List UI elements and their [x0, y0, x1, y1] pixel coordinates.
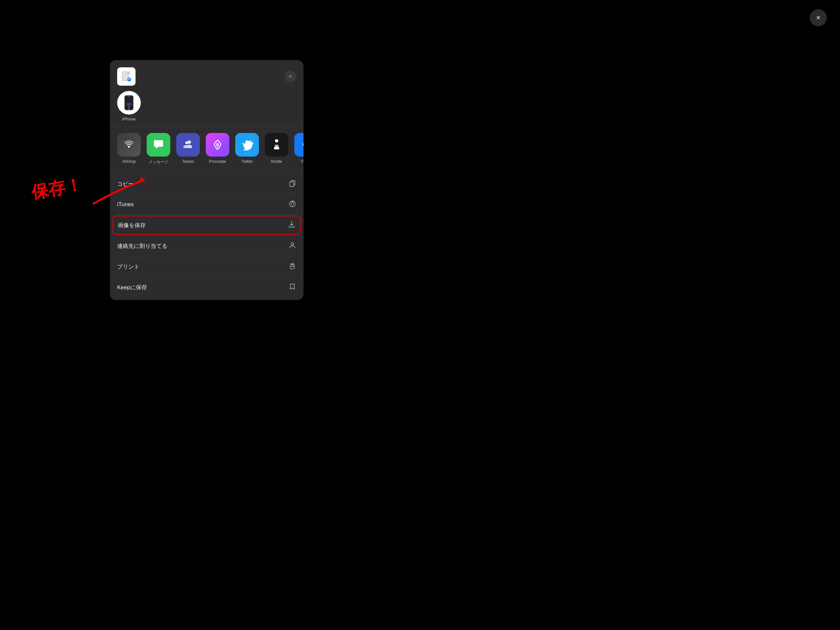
- annotation-wrap: 保存！: [31, 177, 82, 200]
- app-twitter[interactable]: Twitter: [235, 133, 259, 165]
- svg-point-10: [188, 141, 191, 144]
- app-facebook-label: Fac...: [301, 159, 303, 164]
- svg-point-21: [293, 266, 294, 266]
- app-messages-label: メッセージ: [148, 159, 168, 165]
- action-save-image-icon: [288, 221, 296, 230]
- svg-rect-19: [291, 267, 294, 269]
- svg-point-17: [291, 203, 294, 205]
- action-print-icon: [289, 262, 296, 272]
- action-itunes[interactable]: iTunes: [112, 195, 301, 214]
- action-print-label: プリント: [117, 263, 139, 271]
- actions-section: コピー iTunes 画像を保存: [110, 171, 303, 300]
- dialog-header: ×: [110, 60, 303, 91]
- svg-point-2: [127, 78, 131, 81]
- app-teams[interactable]: Teams: [176, 133, 200, 165]
- share-dialog: × iPhone: [110, 60, 303, 300]
- app-procreate-label: Procreate: [209, 159, 226, 164]
- svg-point-3: [129, 78, 129, 79]
- action-keep[interactable]: Keepに保存: [112, 278, 301, 297]
- svg-point-12: [275, 139, 278, 142]
- app-facebook[interactable]: Fac...: [294, 133, 303, 165]
- corner-close-button[interactable]: ×: [810, 9, 827, 26]
- app-airdrop-label: AirDrop: [122, 159, 136, 164]
- action-copy-label: コピー: [117, 180, 134, 188]
- action-assign-contact-label: 連絡先に割り当てる: [117, 242, 167, 250]
- svg-point-11: [185, 141, 188, 144]
- annotation-text: 保存！: [30, 173, 84, 204]
- svg-rect-5: [126, 97, 132, 108]
- app-messages[interactable]: メッセージ: [147, 133, 170, 165]
- svg-point-9: [128, 146, 130, 148]
- action-copy[interactable]: コピー: [112, 174, 301, 193]
- svg-rect-7: [127, 96, 131, 97]
- iphone-device[interactable]: iPhone: [117, 91, 141, 122]
- action-keep-icon: [289, 283, 296, 292]
- apps-section: AirDrop メッセージ Teams: [110, 127, 303, 171]
- action-itunes-icon: [289, 200, 296, 209]
- app-kindle[interactable]: Kindle: [265, 133, 289, 165]
- action-save-image[interactable]: 画像を保存: [112, 216, 301, 235]
- airdrop-devices-section: iPhone: [110, 91, 303, 127]
- app-teams-label: Teams: [182, 159, 194, 164]
- svg-rect-1: [127, 71, 130, 74]
- app-twitter-label: Twitter: [241, 159, 253, 164]
- action-copy-icon: [289, 179, 296, 189]
- dialog-close-button[interactable]: ×: [284, 71, 296, 82]
- svg-rect-15: [290, 182, 294, 187]
- action-keep-label: Keepに保存: [117, 283, 147, 291]
- action-assign-contact-icon: [289, 241, 296, 251]
- action-itunes-label: iTunes: [117, 201, 134, 208]
- app-kindle-label: Kindle: [271, 159, 282, 164]
- app-airdrop[interactable]: AirDrop: [117, 133, 141, 165]
- svg-point-6: [128, 108, 130, 110]
- svg-point-18: [291, 242, 294, 245]
- iphone-label: iPhone: [122, 117, 136, 122]
- action-assign-contact[interactable]: 連絡先に割り当てる: [112, 236, 301, 255]
- app-procreate[interactable]: Procreate: [206, 133, 229, 165]
- file-icon: [117, 67, 136, 86]
- action-print[interactable]: プリント: [112, 257, 301, 276]
- action-save-image-label: 画像を保存: [118, 222, 146, 229]
- svg-point-8: [128, 106, 129, 108]
